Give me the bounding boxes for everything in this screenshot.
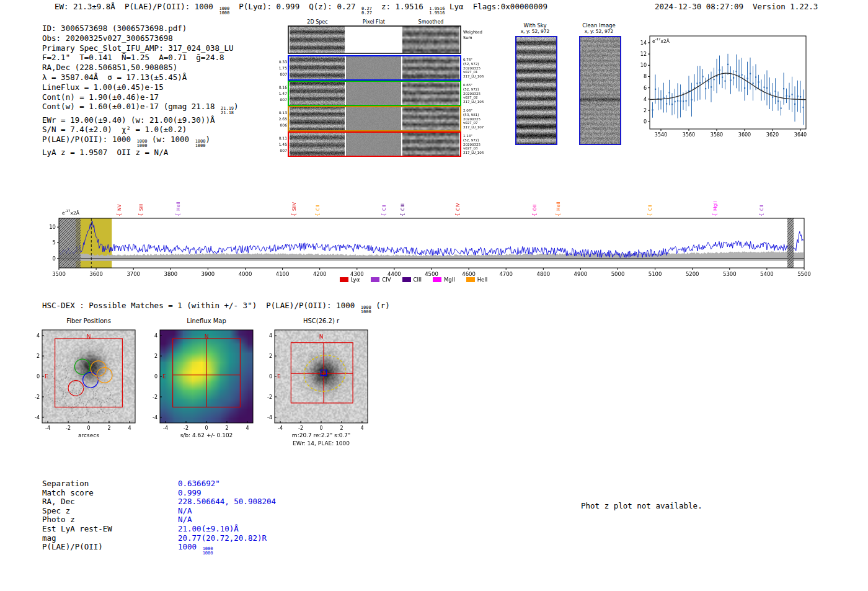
header-plya: P(Lyα): 0.999	[229, 2, 309, 11]
spec2d-header-pixelflat: Pixel Flat	[346, 19, 402, 25]
phot-z-note: Phot z plot not available.	[581, 501, 702, 511]
fiber-positions-xlabel: arcsecs	[42, 432, 135, 438]
full-spectrum-plot	[36, 184, 811, 287]
ylabel-suffix: x2Å	[661, 38, 670, 44]
legend-label-ciii: CIII	[414, 277, 422, 283]
fit-plot-ylabel: e-17x2Å	[652, 37, 670, 44]
plae-close: )	[206, 135, 211, 144]
row-label: Est LyA rest-EW	[42, 524, 178, 533]
info-line-slot: Primary Spec_Slot_IFU_AMP: 317_024_038_L…	[42, 43, 239, 53]
detection-info-block: ID: 3006573698 (3006573698.pdf) Obs: 202…	[42, 24, 239, 158]
row-value: 0.636692"	[178, 479, 220, 488]
header-flags: Flags:0x00000009	[473, 2, 547, 11]
legend-swatch-ciii	[402, 277, 411, 282]
hsc-dex-fraction: 10001000	[361, 306, 371, 314]
lineflux-map-caption: s/b: 4.62 +/- 0.102	[154, 432, 259, 438]
header-qz-fraction: 0.270.27	[361, 7, 372, 15]
clean-image-title: Clean Image	[574, 22, 624, 29]
info-line-lineflux: LineFlux = 1.00(±0.45)e-15	[42, 82, 239, 92]
spec2d-panel-canvas	[276, 25, 490, 161]
legend-item-lya: Lyα	[340, 277, 360, 283]
info-line-plae: P(LAE)/P(OII): 1000 10001000 (w: 1000 10…	[42, 135, 239, 148]
fraction-bottom: 1000	[203, 551, 213, 556]
table-row: Photo zN/A	[42, 515, 276, 524]
header-z-label: z:	[372, 2, 396, 11]
clean-image	[579, 36, 621, 145]
cont-w-text: Cont(w) = 1.60(±0.01)e-17 (gmag 21.18	[42, 102, 219, 111]
table-row: Separation0.636692"	[42, 479, 276, 488]
clean-image-xy: x, y: 52, 972	[574, 29, 624, 34]
legend-swatch-heii	[466, 277, 475, 282]
plae-text-mid: (w: 1000	[147, 135, 193, 144]
spectrum-legend: Lyα CIV CIII MgII HeII	[59, 277, 768, 283]
table-row: Est LyA rest-EW21.00(±9.10)Å	[42, 524, 276, 533]
fraction-bottom: 0.27	[361, 11, 372, 16]
row-label: mag	[42, 533, 178, 543]
ylabel-exponent: -17	[65, 209, 71, 213]
legend-label-heii: HeII	[477, 277, 488, 283]
info-line-cont-n: Cont(n) = 1.90(±0.46)e-17	[42, 92, 239, 102]
table-row: P(LAE)/P(OII)1000 10001000	[42, 542, 276, 551]
spec2d-header-smoothed: Smoothed	[402, 19, 459, 25]
row-value: 1000	[178, 542, 202, 551]
hsc-dex-close: (r)	[371, 301, 390, 310]
legend-swatch-mgii	[433, 277, 441, 282]
spectrum-ylabel: e-17x2Å	[62, 209, 79, 216]
lineflux-map-title: Lineflux Map	[160, 318, 253, 324]
match-properties-table: Separation0.636692" Match score0.999 RA,…	[42, 479, 276, 551]
line-fit-plot	[639, 31, 812, 143]
legend-item-civ: CIV	[371, 277, 391, 283]
row-label: Spec z	[42, 506, 178, 515]
plae-fraction-2: 10001000	[195, 140, 206, 148]
info-line-seeing: F=2.1" T=0.141 N̄=1.25 A=0.71 ḡ=24.8	[42, 53, 239, 63]
legend-swatch-civ	[371, 277, 379, 282]
info-line-obs: Obs: 20200325v027_3006573698	[42, 33, 239, 43]
info-line-ewr: EWr = 19.00(±9.40) (w: 21.00(±9.30))Å	[42, 115, 239, 125]
row-value: N/A	[178, 515, 192, 524]
header-plae-value: 1000	[195, 2, 218, 11]
hsc-caption-morphology: m:20.7 re:2.2" s:0.7"	[265, 432, 377, 438]
header-z-value: 1.9516	[396, 2, 428, 11]
legend-item-ciii: CIII	[402, 277, 422, 283]
header-qz-label: Q(z):	[309, 2, 337, 11]
ylabel-suffix: x2Å	[71, 210, 79, 216]
row-value-fraction: 10001000	[203, 547, 213, 555]
row-value: 228.506644, 50.908204	[178, 497, 276, 506]
row-label: P(LAE)/P(OII)	[42, 542, 178, 551]
row-label: RA, Dec	[42, 497, 178, 506]
fiber-positions-title: Fiber Positions	[42, 318, 135, 324]
header-plae-fraction: 10001000	[219, 7, 229, 15]
with-sky-title: With Sky	[513, 22, 557, 29]
hsc-dex-text: HSC-DEX : Possible Matches = 1 (within +…	[42, 301, 360, 310]
fiber-positions-plot	[22, 325, 146, 440]
fraction-bottom: 21.18	[221, 111, 234, 115]
header-stats-line: EW: 21.3±9.8Å P(LAE)/P(OII): 1000 100010…	[55, 2, 547, 15]
hsc-dex-match-line: HSC-DEX : Possible Matches = 1 (within +…	[42, 301, 390, 314]
ylabel-exponent: -17	[655, 37, 661, 41]
row-label: Match score	[42, 488, 178, 497]
legend-item-heii: HeII	[466, 277, 488, 283]
info-line-cont-w: Cont(w) = 1.60(±0.01)e-17 (gmag 21.18 21…	[42, 102, 239, 115]
info-line-wavelength: λ = 3587.04Å σ = 17.13(±5.45)Å	[42, 73, 239, 82]
header-qz-value: 0.27	[337, 2, 360, 11]
info-line-radec: RA,Dec (228.506851,50.908085)	[42, 63, 239, 73]
hsc-cutout-title: HSC(26.2) r	[275, 318, 368, 324]
row-value: 0.999	[178, 488, 202, 497]
row-label: Photo z	[42, 515, 178, 524]
table-row: Match score0.999	[42, 488, 276, 497]
header-line-id: Lyα	[445, 2, 473, 11]
legend-label-mgii: MgII	[444, 277, 455, 283]
cont-w-close: )	[234, 102, 239, 111]
header-plae-label: P(LAE)/P(OII):	[125, 2, 195, 11]
fraction-bottom: 1000	[195, 144, 206, 148]
fraction-bottom: 1000	[361, 310, 371, 314]
info-line-sn: S/N = 7.4(±2.0) χ² = 1.0(±0.2)	[42, 125, 239, 135]
row-value: N/A	[178, 506, 192, 515]
header-timestamp: 2024-12-30 08:27:09 Version 1.22.3	[655, 2, 818, 12]
row-value: 21.00(±9.10)Å	[178, 524, 239, 533]
plae-text: P(LAE)/P(OII): 1000	[42, 135, 136, 144]
elixer-report-page: EW: 21.3±9.8Å P(LAE)/P(OII): 1000 100010…	[0, 0, 868, 591]
info-line-lya-z: LyA z = 1.9507 OII z = N/A	[42, 148, 239, 158]
spec2d-header-2dspec: 2D Spec	[290, 19, 345, 25]
row-label: Separation	[42, 479, 178, 488]
